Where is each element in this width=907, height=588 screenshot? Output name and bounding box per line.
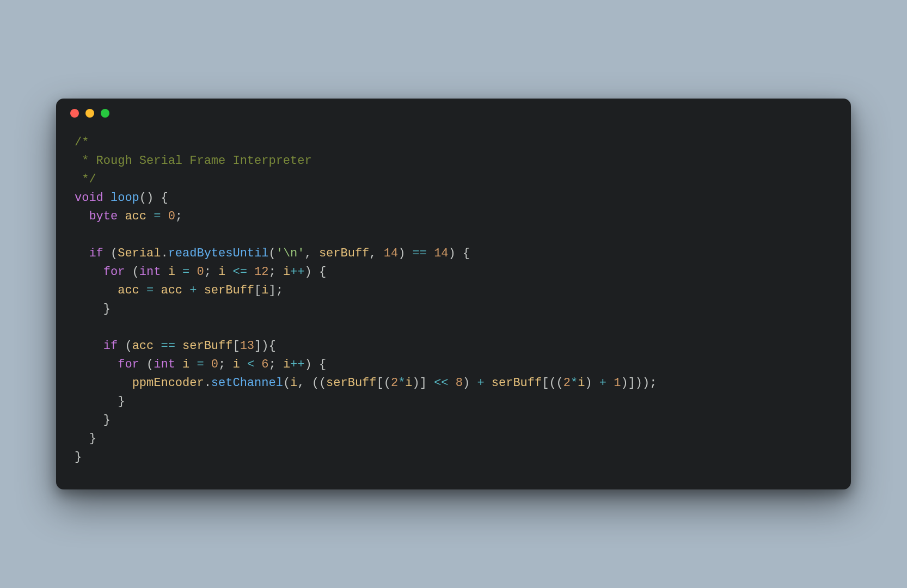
code-token: (: [268, 247, 275, 260]
code-token: acc: [125, 210, 146, 223]
code-window: /* * Rough Serial Frame Interpreter */vo…: [56, 99, 851, 489]
code-token: i: [283, 265, 290, 279]
code-block: /* * Rough Serial Frame Interpreter */vo…: [56, 128, 851, 467]
code-token: )]));: [621, 376, 657, 390]
code-token: */: [75, 173, 96, 186]
code-token: readBytesUntil: [168, 247, 269, 260]
code-token: for: [103, 265, 125, 279]
code-line: [75, 318, 832, 337]
code-token: Serial: [118, 247, 161, 260]
code-token: 14: [384, 247, 398, 260]
code-token: [225, 265, 232, 279]
code-token: * Rough Serial Frame Interpreter: [75, 154, 312, 168]
code-token: ): [463, 376, 477, 390]
code-line: for (int i = 0; i <= 12; i++) {: [75, 263, 832, 281]
code-token: [118, 210, 125, 223]
code-token: ;: [175, 210, 182, 223]
code-token: acc: [132, 339, 154, 353]
code-token: [204, 358, 211, 371]
code-token: ];: [268, 284, 283, 297]
code-token: acc: [118, 284, 139, 297]
code-token: }: [75, 413, 111, 427]
code-token: }: [75, 395, 125, 408]
code-token: [103, 191, 111, 205]
code-token: (: [125, 265, 139, 279]
zoom-icon[interactable]: [101, 109, 109, 118]
code-line: */: [75, 170, 832, 189]
code-token: *: [398, 376, 405, 390]
code-token: +: [477, 376, 484, 390]
code-token: }: [75, 302, 111, 316]
code-token: [75, 358, 118, 371]
code-token: '\n': [276, 247, 305, 260]
code-token: }: [75, 432, 96, 445]
code-token: 0: [197, 265, 204, 279]
code-token: (: [283, 376, 290, 390]
code-token: [175, 339, 182, 353]
code-token: 0: [211, 358, 218, 371]
code-line: }: [75, 448, 832, 467]
code-token: *: [571, 376, 578, 390]
code-token: [449, 376, 456, 390]
code-token: [75, 247, 89, 260]
code-token: serBuff: [319, 247, 369, 260]
code-line: ppmEncoder.setChannel(i, ((serBuff[(2*i)…: [75, 374, 832, 393]
code-token: [254, 358, 261, 371]
code-token: ==: [413, 247, 427, 260]
code-token: [139, 284, 146, 297]
code-line: }: [75, 430, 832, 448]
code-token: () {: [139, 191, 168, 205]
code-token: byte: [89, 210, 118, 223]
code-token: ) {: [305, 358, 327, 371]
code-token: .: [161, 247, 168, 260]
code-token: [: [254, 284, 261, 297]
code-token: )]: [413, 376, 434, 390]
code-token: ++: [290, 265, 304, 279]
code-line: }: [75, 411, 832, 430]
close-icon[interactable]: [70, 109, 79, 118]
code-token: 12: [254, 265, 268, 279]
code-token: <: [247, 358, 254, 371]
code-token: 6: [261, 358, 268, 371]
code-token: ;: [204, 265, 218, 279]
code-token: [154, 284, 161, 297]
code-token: [75, 376, 132, 390]
code-token: i: [290, 376, 297, 390]
code-token: ): [585, 376, 599, 390]
code-token: void: [75, 191, 103, 205]
code-line: if (Serial.readBytesUntil('\n', serBuff,…: [75, 244, 832, 263]
code-line: * Rough Serial Frame Interpreter: [75, 152, 832, 170]
code-token: 13: [240, 339, 254, 353]
code-line: }: [75, 300, 832, 318]
code-token: loop: [111, 191, 139, 205]
code-line: }: [75, 393, 832, 411]
code-token: =: [182, 265, 189, 279]
code-token: =: [146, 284, 154, 297]
code-token: ) {: [305, 265, 327, 279]
code-token: [175, 358, 182, 371]
code-token: int: [154, 358, 175, 371]
code-token: acc: [161, 284, 182, 297]
code-token: i: [578, 376, 585, 390]
code-token: +: [599, 376, 606, 390]
code-token: (: [139, 358, 154, 371]
code-token: [182, 284, 189, 297]
code-token: <<: [434, 376, 448, 390]
code-line: /*: [75, 133, 832, 152]
code-token: ++: [290, 358, 304, 371]
code-token: }: [75, 450, 82, 464]
code-token: =: [197, 358, 204, 371]
code-token: [((: [542, 376, 563, 390]
minimize-icon[interactable]: [85, 109, 94, 118]
code-token: [75, 265, 103, 279]
code-token: [161, 210, 168, 223]
code-token: ): [398, 247, 412, 260]
code-token: [175, 265, 182, 279]
code-token: for: [118, 358, 139, 371]
code-token: ,: [305, 247, 319, 260]
code-token: int: [139, 265, 161, 279]
code-token: [485, 376, 492, 390]
code-token: [189, 358, 197, 371]
code-line: if (acc == serBuff[13]){: [75, 337, 832, 356]
code-token: [75, 339, 103, 353]
